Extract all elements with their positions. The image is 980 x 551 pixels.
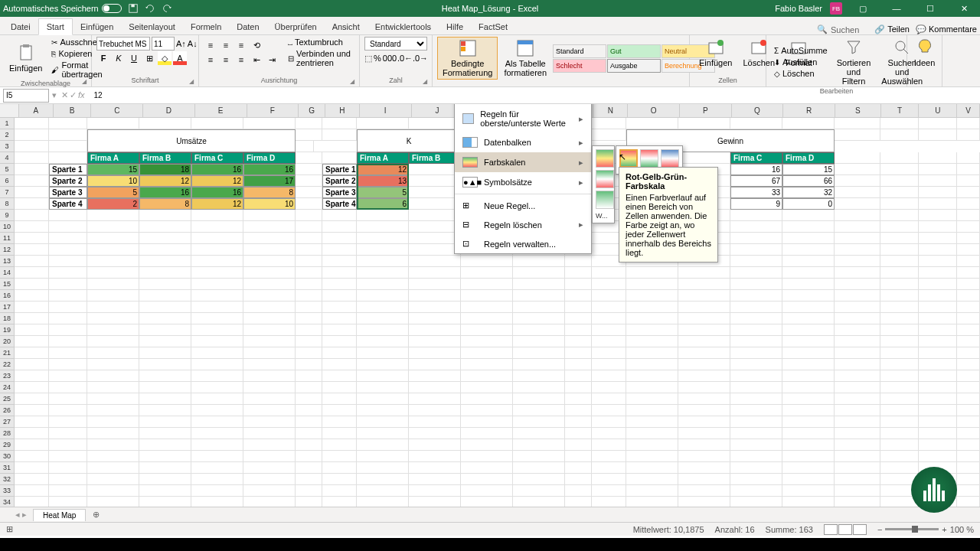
zoom-slider[interactable] <box>885 528 939 530</box>
cell[interactable] <box>782 221 835 233</box>
cell[interactable] <box>191 221 243 233</box>
cell[interactable]: 15 <box>87 164 139 175</box>
cell[interactable] <box>919 175 957 187</box>
cell[interactable] <box>139 370 191 382</box>
inc-decimal-icon[interactable]: .0← <box>398 51 412 65</box>
tab-ueberpruefen[interactable]: Überprüfen <box>267 19 325 34</box>
cell[interactable] <box>15 416 49 428</box>
clipboard-launcher-icon[interactable]: ◢ <box>82 78 90 86</box>
cell[interactable] <box>322 324 357 336</box>
cell[interactable] <box>243 439 296 451</box>
cell[interactable] <box>15 462 49 474</box>
cell[interactable] <box>296 485 322 497</box>
cell[interactable] <box>835 175 880 187</box>
cell[interactable] <box>730 118 782 129</box>
cell[interactable] <box>513 347 565 359</box>
cell[interactable] <box>626 485 678 497</box>
cell[interactable] <box>782 290 835 302</box>
cell[interactable] <box>243 497 296 507</box>
cell[interactable] <box>322 233 357 244</box>
cell[interactable]: 16 <box>243 164 296 175</box>
cell[interactable] <box>880 175 919 187</box>
cell[interactable] <box>357 324 409 336</box>
cell[interactable] <box>357 474 409 485</box>
cell[interactable] <box>919 428 957 439</box>
cell[interactable] <box>49 382 87 393</box>
cell[interactable] <box>49 336 87 347</box>
cell[interactable] <box>782 462 835 474</box>
cell[interactable] <box>880 279 919 290</box>
select-all[interactable] <box>0 104 19 117</box>
merge-button[interactable]: ⊟ Verbinden und zentrieren <box>285 48 354 68</box>
cell[interactable]: 32 <box>782 187 835 198</box>
cell[interactable] <box>919 221 957 233</box>
close-icon[interactable]: ✕ <box>951 0 977 17</box>
cell[interactable] <box>409 175 461 187</box>
cell[interactable] <box>782 233 835 244</box>
cell[interactable] <box>880 198 919 210</box>
cell[interactable] <box>678 290 730 302</box>
row-12[interactable]: 12 <box>0 244 15 256</box>
cell[interactable] <box>592 462 626 474</box>
cell[interactable] <box>678 382 730 393</box>
cell[interactable] <box>835 474 880 485</box>
cell[interactable] <box>957 175 980 187</box>
row-20[interactable]: 20 <box>0 336 15 347</box>
cell[interactable] <box>296 152 322 164</box>
cell[interactable] <box>919 210 957 221</box>
cell[interactable] <box>49 210 87 221</box>
thousands-icon[interactable]: 000 <box>383 51 397 65</box>
cell[interactable] <box>782 336 835 347</box>
clear-button[interactable]: ◇ Löschen <box>771 68 831 79</box>
cell[interactable] <box>678 347 730 359</box>
cell[interactable] <box>15 221 49 233</box>
align-right-icon[interactable]: ≡ <box>234 53 248 67</box>
size-select[interactable] <box>152 37 175 51</box>
cell[interactable] <box>296 256 322 267</box>
cell[interactable] <box>49 359 87 370</box>
tab-daten[interactable]: Daten <box>229 19 266 34</box>
cell[interactable] <box>957 474 980 485</box>
cell[interactable] <box>191 439 243 451</box>
cell[interactable] <box>87 244 139 256</box>
cell[interactable] <box>243 462 296 474</box>
cell[interactable] <box>513 497 565 507</box>
cell[interactable] <box>49 462 87 474</box>
cell[interactable] <box>919 129 957 141</box>
zoom-in-icon[interactable]: + <box>942 525 946 534</box>
cell[interactable] <box>49 279 87 290</box>
cell[interactable] <box>296 210 322 221</box>
orientation-icon[interactable]: ⟲ <box>250 38 263 52</box>
autosum-button[interactable]: Σ AutoSumme <box>771 45 831 56</box>
cell[interactable] <box>880 118 919 129</box>
cell[interactable] <box>513 474 565 485</box>
cell[interactable]: 8 <box>139 198 191 210</box>
cell[interactable] <box>626 313 678 324</box>
cell[interactable] <box>919 164 957 175</box>
style-schlecht[interactable]: Schlecht <box>553 59 606 73</box>
cell[interactable] <box>461 451 513 462</box>
view-normal-icon[interactable] <box>824 524 838 535</box>
col-V[interactable]: V <box>957 104 980 117</box>
cell[interactable] <box>139 359 191 370</box>
cell[interactable] <box>139 221 191 233</box>
cell[interactable] <box>730 416 782 428</box>
cell[interactable] <box>730 439 782 451</box>
cell[interactable] <box>87 370 139 382</box>
cell[interactable] <box>322 359 357 370</box>
cell[interactable] <box>513 336 565 347</box>
cell[interactable] <box>835 485 880 497</box>
cell[interactable] <box>919 370 957 382</box>
cell[interactable] <box>592 324 626 336</box>
cell[interactable]: 12 <box>357 164 409 175</box>
cell[interactable] <box>880 152 919 164</box>
cell[interactable] <box>461 405 513 416</box>
cell[interactable] <box>191 118 243 129</box>
cell[interactable] <box>957 290 980 302</box>
cell[interactable] <box>730 233 782 244</box>
cell[interactable] <box>782 279 835 290</box>
cell[interactable] <box>782 244 835 256</box>
cell[interactable] <box>461 302 513 313</box>
cell[interactable] <box>139 474 191 485</box>
dec-decimal-icon[interactable]: .0→ <box>413 51 427 65</box>
